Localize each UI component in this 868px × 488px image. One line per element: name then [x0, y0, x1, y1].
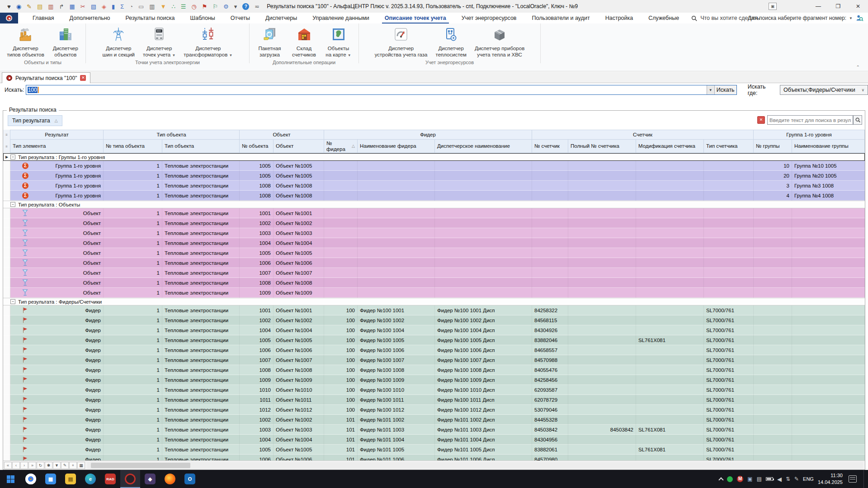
flag-red-icon[interactable]: ⚑ [202, 4, 208, 9]
taskbar-app-edge[interactable]: e [80, 470, 100, 488]
chart-icon[interactable]: ▮ [112, 4, 115, 9]
edit-note-icon[interactable]: ✎ [27, 4, 32, 9]
result-row[interactable]: Фидер1Тепловые электростанции1005Объект … [3, 335, 865, 345]
result-row[interactable]: Фидер1Тепловые электростанции1004Объект … [3, 325, 865, 335]
map-pin-icon[interactable]: ◈ [102, 4, 106, 9]
taskbar-app-firefox[interactable] [160, 470, 180, 488]
group-by-chip[interactable]: Тип результата △ [8, 115, 62, 126]
flag-pair-icon[interactable]: ⚐ [212, 4, 218, 9]
disconnect-icon[interactable]: ✂ [80, 4, 85, 9]
clear-filter-button[interactable]: ✕ [757, 116, 765, 124]
ribbon-tab[interactable]: Служебные [648, 15, 679, 21]
column-header[interactable]: Наименование группы [792, 140, 865, 153]
collapse-group-icon[interactable]: − [10, 202, 15, 207]
search-where-combo[interactable]: Объекты;Фидеры/Счетчики ∨ [780, 85, 868, 95]
navigator-refresh-button[interactable]: ↻ [37, 462, 44, 469]
navigator-first-button[interactable]: « [4, 462, 12, 469]
ribbon-button[interactable]: Диспетчершин и секций [99, 25, 138, 60]
group-header-row[interactable]: −Тип результата : Фидеры/Счетчики [3, 298, 865, 305]
document-tab[interactable]: Результаты поиска "100" ✕ [2, 72, 90, 83]
result-row[interactable]: Фидер1Тепловые электростанции1004Объект … [3, 435, 865, 445]
ribbon-tab[interactable]: Шаблоны [190, 15, 215, 21]
ribbon-tab[interactable]: Учет энергоресурсов [462, 15, 517, 21]
ribbon-tab[interactable]: Результаты поиска [126, 15, 175, 21]
column-header[interactable]: Тип объекта [162, 140, 240, 153]
clipboard-icon[interactable]: ▤ [37, 4, 42, 9]
ribbon-button[interactable]: Пакетнаязагрузка [254, 25, 286, 60]
ribbon-tab[interactable]: Пользователи и аудит [532, 15, 590, 21]
result-row[interactable]: Объект1Тепловые электростанции1004Объект… [3, 238, 865, 248]
ribbon-tab[interactable]: Описание точек учета [385, 15, 446, 21]
result-row[interactable]: ΣГруппа 1-го уровня1Тепловые электростан… [3, 191, 865, 201]
navigator-next-button[interactable]: › [20, 462, 28, 469]
navigator-add-button[interactable]: ✱ [45, 462, 52, 469]
table-icon[interactable]: ▦ [69, 4, 75, 9]
column-header[interactable]: № фидера△ [324, 140, 358, 153]
taskbar-app-file-explorer[interactable]: ▦ [41, 470, 61, 488]
result-row[interactable]: Фидер1Тепловые электростанции1006Объект … [3, 345, 865, 355]
ribbon-tab[interactable]: Диспетчеры [265, 15, 297, 21]
search-button[interactable]: Искать [714, 85, 736, 94]
group-header-row[interactable]: ▶−Тип результата : Группы 1-го уровня [3, 153, 865, 161]
result-row[interactable]: ΣГруппа 1-го уровня1Тепловые электростан… [3, 161, 865, 171]
horizontal-scrollbar[interactable] [87, 462, 863, 469]
status-green-icon[interactable] [727, 476, 733, 482]
navigator-plus-button[interactable]: + [69, 462, 77, 469]
diagram-icon[interactable]: ∴ [172, 4, 175, 9]
collapse-group-icon[interactable]: − [10, 155, 15, 160]
result-row[interactable]: Фидер1Тепловые электростанции1002Объект … [3, 415, 865, 425]
column-header[interactable]: № счетчик [532, 140, 568, 153]
search-input[interactable]: 100 [26, 85, 707, 94]
result-row[interactable]: Фидер1Тепловые электростанции1002Объект … [3, 315, 865, 325]
volume-icon[interactable]: ◀ [777, 476, 782, 482]
ribbon-tab[interactable]: Главная [33, 15, 54, 21]
column-header[interactable]: Полный № счетчика [568, 140, 636, 153]
list-check-icon[interactable]: ☰ [181, 4, 186, 9]
minimize-button[interactable]: — [808, 0, 828, 13]
network-icon[interactable]: ⇅ [786, 476, 790, 482]
navigator-grid-view-button[interactable]: ▦ [77, 462, 85, 469]
card-filter-icon[interactable]: ▼ [160, 4, 166, 9]
taskbar-app-notes-app[interactable]: ▤ [61, 470, 80, 488]
ribbon-button[interactable]: Диспетчерустройства учета газа [372, 25, 431, 60]
customize-qat-icon[interactable]: ≂ [255, 4, 259, 9]
column-header[interactable]: Объект [274, 140, 324, 153]
ribbon-button[interactable]: Объектына карте ▼ [322, 25, 355, 60]
notification-center-icon[interactable] [849, 475, 857, 483]
taskbar-app-dev-app[interactable]: ◆ [140, 470, 160, 488]
ribbon-button[interactable]: Диспетчер приборовучета тепла и ХВС [472, 25, 528, 60]
ribbon-tab[interactable]: Настройка [605, 15, 633, 21]
save-forward-icon[interactable]: ↱ [59, 4, 64, 9]
column-header[interactable]: Тип счетчика [704, 140, 754, 153]
ribbon-button[interactable]: Диспетчертрансформаторов ▼ [180, 25, 236, 60]
result-row[interactable]: Фидер1Тепловые электростанции1003Объект … [3, 425, 865, 435]
column-header[interactable]: Наименование фидера [358, 140, 435, 153]
taskbar-app-outlook[interactable]: O [180, 470, 200, 488]
antivirus-icon[interactable]: M [737, 476, 743, 482]
column-header[interactable]: Модификация счетчика [636, 140, 704, 153]
grid-filter-input[interactable] [767, 115, 853, 125]
ribbon-collapse-icon[interactable]: ⌃ [856, 65, 860, 70]
ribbon-tab[interactable]: Управление данными [312, 15, 369, 21]
tab-close-icon[interactable]: ✕ [80, 75, 86, 81]
result-row[interactable]: Фидер1Тепловые электростанции1009Объект … [3, 375, 865, 385]
ribbon-button[interactable]: Диспетчеробъектов [49, 25, 82, 60]
table-clock-icon[interactable]: ◷ [191, 4, 196, 9]
result-row[interactable]: Объект1Тепловые электростанции1008Объект… [3, 278, 865, 288]
column-header[interactable]: № типа объекта [104, 140, 162, 153]
scrollbar-thumb[interactable] [91, 463, 190, 468]
result-row[interactable]: Фидер1Тепловые электростанции1010Объект … [3, 385, 865, 395]
hidden-icons-chevron[interactable] [719, 477, 724, 482]
ribbon-button[interactable]: Диспетчертипов объектов [4, 25, 47, 60]
ribbon-button[interactable]: Диспетчерточек учета ▼ [140, 25, 179, 60]
book-icon[interactable]: ▥ [149, 4, 155, 9]
result-row[interactable]: Объект1Тепловые электростанции1006Объект… [3, 258, 865, 268]
navigator-prev-button[interactable]: ‹ [12, 462, 20, 469]
group-header-row[interactable]: −Тип результата : Объекты [3, 201, 865, 208]
taskbar-app-chrome[interactable] [21, 470, 41, 488]
show-desktop-button[interactable] [863, 470, 865, 488]
close-button[interactable]: ✕ [848, 0, 868, 13]
window-style-icon[interactable]: ▣ [769, 3, 777, 10]
result-row[interactable]: Объект1Тепловые электростанции1003Объект… [3, 228, 865, 238]
taskbar-clock[interactable]: 11:30 14.04.2025 [818, 472, 843, 486]
